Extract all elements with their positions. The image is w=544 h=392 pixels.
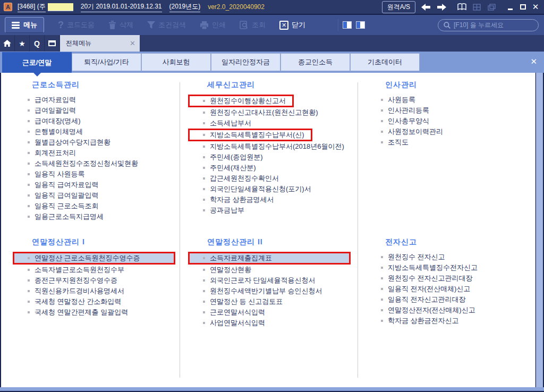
maximize-button[interactable] — [517, 3, 528, 11]
calendar-icon[interactable] — [45, 35, 60, 52]
menu-item[interactable]: 원천징수이행상황신고서 — [188, 95, 294, 107]
menu-item[interactable]: 사업연말서식입력 — [192, 318, 352, 328]
menu-item[interactable]: 외국인단일세율적용신청(포기)서 — [192, 184, 352, 194]
print-button[interactable]: 인쇄 — [200, 20, 226, 30]
category-tab-job-stability[interactable]: 일자리안정자금 — [211, 53, 280, 71]
menu-item-label: 지방소득세특별징수전자신고 — [388, 263, 478, 272]
tab-full-menu[interactable]: 전체메뉴 ✕ — [60, 35, 140, 52]
menu-item[interactable]: 사원정보이력관리 — [370, 126, 530, 137]
bullet-icon — [28, 279, 30, 282]
menu-item[interactable]: 주민세(재산분) — [192, 163, 352, 173]
menu-item[interactable]: 급여일괄입력 — [17, 105, 176, 116]
grid-view-icon[interactable] — [471, 3, 482, 11]
nav-forward-icon[interactable] — [436, 3, 447, 11]
category-close-icon[interactable]: ✕ — [530, 57, 537, 66]
layout-panel-right-icon[interactable] — [356, 21, 365, 29]
menu-item[interactable]: 연말정산 등 신고검토표 — [192, 296, 352, 307]
menu-content: 근로소득관리 급여자료입력급여일괄입력급여대장(명세)은행별이체명세월별급상여수… — [1, 73, 536, 387]
calendar-glyph — [48, 40, 56, 46]
menu-item[interactable]: 종전근무지원천징수영수증 — [17, 275, 176, 286]
filter-icon — [147, 21, 155, 29]
menu-item[interactable]: 일용직 급여일괄입력 — [17, 190, 176, 201]
search-input[interactable] — [454, 21, 533, 29]
menu-item[interactable]: 국세청 연말간편제출 일괄입력 — [17, 307, 176, 318]
menu-item-label: 은행별이체명세 — [35, 127, 83, 137]
menu-item[interactable]: 일용직 전자(전산매체)신고 — [370, 284, 530, 294]
star-icon[interactable]: ★ — [15, 35, 30, 52]
close-window-button[interactable]: ✕ — [530, 3, 541, 11]
menu-item[interactable]: 소득세원천징수조정신청서및현황 — [17, 158, 176, 169]
condition-search-button[interactable]: 조건검색 — [147, 20, 186, 30]
q-icon[interactable]: Q — [30, 35, 45, 52]
inquiry-button[interactable]: 조회 — [240, 20, 266, 30]
menu-item-label: 일용직 근로소득조회 — [35, 201, 99, 211]
menu-item[interactable]: 연말정산 근로소득원천징수영수증 — [13, 252, 175, 265]
menu-item[interactable]: 조직도 — [370, 137, 530, 148]
delete-button[interactable]: 삭제 — [108, 20, 133, 30]
category-tab-retirement[interactable]: 퇴직/사업/기타 — [72, 53, 141, 71]
menu-item[interactable]: 갑근세원천징수확인서 — [192, 173, 352, 184]
menu-item[interactable]: 연말정산현황 — [192, 265, 352, 275]
close-label: 닫기 — [292, 20, 305, 30]
menu-item[interactable]: 일용직 사원등록 — [17, 169, 176, 180]
section-year-end-2: 연말정산관리 II 소득자료제출집계표연말정산현황외국인근로자 단일세율적용신청… — [192, 237, 352, 328]
section-e-filing: 전자신고 원천징수 전자신고지방소득세특별징수전자신고원천징수 전자신고관리대장… — [370, 237, 530, 326]
code-help-button[interactable]: ? 코드도움 — [58, 20, 95, 31]
tab-close-icon[interactable]: ✕ — [130, 39, 135, 47]
menu-item[interactable]: 근로연말서식입력 — [192, 307, 352, 318]
menu-item[interactable]: 지방소득세특별징수납부서(2018년6월이전) — [192, 141, 352, 152]
minimize-button[interactable] — [505, 3, 515, 11]
menu-item[interactable]: 소득세납부서 — [192, 118, 352, 129]
bullet-icon — [203, 257, 205, 259]
company-code-label: [3468] (주 — [18, 2, 46, 12]
section-title: 전자신고 — [385, 237, 530, 249]
menu-item[interactable]: 일용근로소득지급명세 — [17, 211, 176, 222]
menu-item[interactable]: 원천징수 전자신고 — [370, 252, 530, 262]
menu-item[interactable]: 급여대장(명세) — [17, 116, 176, 126]
remote-as-button[interactable]: 원격A/S — [382, 1, 415, 13]
menu-item[interactable]: 소득자료제출집계표 — [188, 252, 351, 265]
close-screen-button[interactable]: ✕ 닫기 — [279, 20, 305, 30]
category-tab-base-data[interactable]: 기초데이터 — [350, 53, 420, 71]
category-tab-social-insurance[interactable]: 사회보험 — [141, 53, 211, 71]
menu-item[interactable]: 외국인근로자 단일세율적용신청서 — [192, 275, 352, 286]
category-tab-religious-income[interactable]: 종교인소득 — [280, 53, 350, 71]
menu-item[interactable]: 회계전표처리 — [17, 148, 176, 158]
bullet-icon — [381, 256, 383, 258]
menu-item[interactable]: 지방소득세특별징수납부서(신) — [188, 129, 312, 141]
menu-item[interactable]: 급여자료입력 — [17, 95, 176, 105]
menu-item[interactable]: 월별급상여수당지급현황 — [17, 137, 176, 148]
menu-item[interactable]: 주민세(종업원분) — [192, 152, 352, 163]
quick-search-box[interactable] — [438, 19, 539, 31]
category-tab-payroll[interactable]: 근로/연말 — [2, 52, 72, 73]
menu-item[interactable]: 학자금 상환금명세서 — [192, 194, 352, 205]
menu-item[interactable]: 인사관리등록 — [370, 105, 530, 116]
menu-item[interactable]: 원천징수신고대사표(원천신고현황) — [192, 107, 352, 118]
menu-item[interactable]: 학자금 상환금전자신고 — [370, 316, 530, 326]
menu-item[interactable]: 원천징수 전자신고관리대장 — [370, 273, 530, 284]
cascade-windows-icon[interactable] — [486, 3, 497, 11]
menu-item[interactable]: 인사총무양식 — [370, 116, 530, 126]
menu-item[interactable]: 지방소득세특별징수전자신고 — [370, 262, 530, 273]
menu-button[interactable]: 메뉴 — [5, 17, 44, 33]
menu-item[interactable]: 국세청 연말정산 간소화입력 — [17, 296, 176, 307]
menu-item[interactable]: 연말정산전자(전산매체)신고 — [370, 305, 530, 316]
question-icon: ? — [58, 20, 64, 31]
bullet-icon — [203, 209, 205, 211]
menu-item[interactable]: 공과금납부 — [192, 205, 352, 216]
layout-panel-left-icon[interactable] — [343, 21, 352, 29]
home-icon[interactable] — [0, 35, 15, 52]
book-icon[interactable] — [456, 3, 468, 11]
bullet-icon — [381, 320, 383, 322]
menu-item[interactable]: 사원등록 — [370, 95, 530, 105]
document-tab-strip: ★ Q 전체메뉴 ✕ — [0, 35, 544, 52]
menu-item[interactable]: 일용직 전자신고관리대장 — [370, 294, 530, 305]
bullet-icon — [28, 257, 30, 259]
menu-item[interactable]: 은행별이체명세 — [17, 126, 176, 137]
menu-item[interactable]: 소득자별근로소득원천징수부 — [17, 265, 176, 275]
menu-item[interactable]: 원천징수세액반기별납부 승인신청서 — [192, 286, 352, 296]
menu-item[interactable]: 일용직 근로소득조회 — [17, 201, 176, 211]
nav-back-icon[interactable] — [420, 3, 431, 11]
menu-item[interactable]: 일용직 급여자료입력 — [17, 180, 176, 190]
menu-item[interactable]: 직원신용카드경비사용명세서 — [17, 286, 176, 296]
